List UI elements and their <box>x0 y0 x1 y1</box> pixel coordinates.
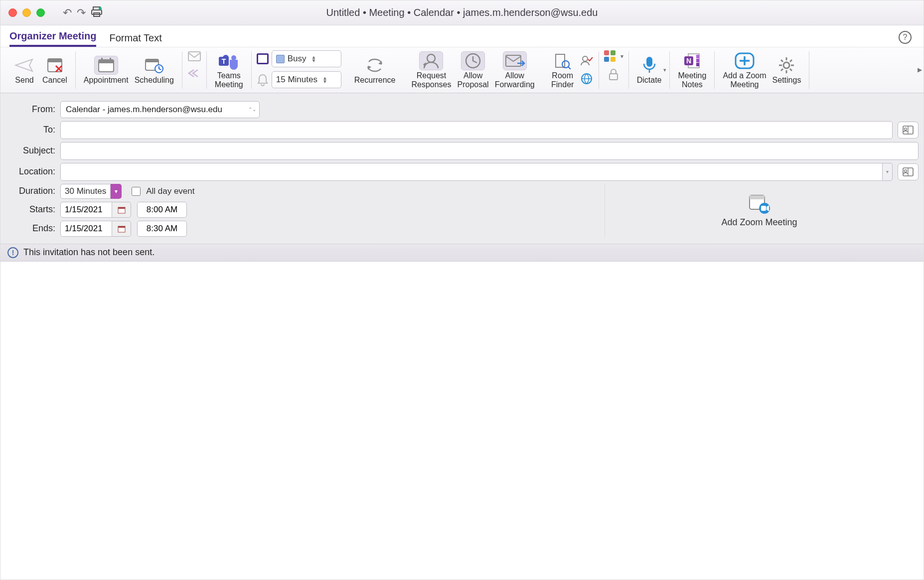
svg-point-22 <box>562 61 569 68</box>
reminder-icon <box>257 73 269 86</box>
svg-rect-13 <box>188 52 200 61</box>
to-field[interactable] <box>60 121 893 139</box>
svg-rect-40 <box>118 207 125 209</box>
print-icon[interactable] <box>91 6 103 19</box>
categorize-button[interactable]: ▾ <box>604 50 623 62</box>
svg-rect-26 <box>646 57 652 67</box>
check-names-icon[interactable] <box>580 55 594 67</box>
meeting-notes-button[interactable]: N Meeting Notes <box>675 50 709 90</box>
send-icon <box>12 56 36 75</box>
start-time-field[interactable] <box>137 202 187 218</box>
svg-rect-29 <box>696 59 699 62</box>
send-button[interactable]: Send <box>9 55 39 85</box>
end-time-field[interactable] <box>137 221 187 237</box>
teams-meeting-button[interactable]: T Teams Meeting <box>212 50 246 90</box>
address-book-icon <box>902 125 914 135</box>
title-bar: ↶ ↷ Untitled • Meeting • Calendar • jame… <box>0 0 924 25</box>
svg-rect-9 <box>110 58 111 61</box>
add-zoom-meeting-button[interactable]: Add a Zoom Meeting <box>720 50 769 90</box>
svg-point-15 <box>231 55 236 60</box>
maximize-window[interactable] <box>36 8 45 17</box>
teams-icon: T <box>217 51 241 70</box>
from-dropdown[interactable]: Calendar - james.m.henderson@wsu.edu <box>60 101 260 118</box>
busy-color-icon <box>276 55 285 63</box>
recurrence-icon <box>363 56 387 75</box>
to-label: To: <box>5 125 60 135</box>
minimize-window[interactable] <box>22 8 31 17</box>
address-book-location-button[interactable] <box>898 163 919 180</box>
svg-text:T: T <box>222 57 226 65</box>
address-book-icon <box>902 167 914 177</box>
allow-forwarding-button[interactable]: Allow Forwarding <box>492 50 538 90</box>
svg-point-36 <box>905 128 907 130</box>
scheduling-icon <box>142 56 166 75</box>
window-title: Untitled • Meeting • Calendar • james.m.… <box>0 7 924 18</box>
cancel-button[interactable]: Cancel <box>39 55 70 85</box>
time-zone-icon[interactable] <box>580 73 594 85</box>
svg-rect-44 <box>750 195 765 199</box>
zoom-settings-button[interactable]: Settings <box>770 55 804 85</box>
allow-proposal-button[interactable]: Allow Proposal <box>455 50 492 90</box>
dictate-icon: ▾ <box>637 56 661 75</box>
subject-field[interactable] <box>60 142 919 160</box>
svg-rect-7 <box>99 60 114 63</box>
svg-rect-8 <box>101 58 103 61</box>
reply-mail-icon[interactable] <box>187 50 201 62</box>
svg-point-3 <box>99 7 102 10</box>
zoom-side-pane: Add Zoom Meeting <box>605 184 914 237</box>
redo-icon[interactable]: ↷ <box>77 6 86 19</box>
allow-forwarding-icon <box>503 51 527 70</box>
scheduling-button[interactable]: Scheduling <box>132 55 177 85</box>
message-body-editor[interactable] <box>0 262 924 580</box>
svg-rect-28 <box>696 55 699 58</box>
tab-format-text[interactable]: Format Text <box>109 32 161 47</box>
from-label: From: <box>5 104 60 115</box>
svg-rect-11 <box>146 59 158 62</box>
location-label: Location: <box>5 166 60 177</box>
room-finder-button[interactable]: Room Finder <box>548 50 578 90</box>
allow-proposal-icon <box>461 51 485 70</box>
svg-rect-5 <box>48 59 62 62</box>
all-day-checkbox[interactable]: All day event <box>130 185 194 197</box>
svg-point-23 <box>583 56 588 61</box>
duration-label: Duration: <box>5 186 60 196</box>
close-window[interactable] <box>8 8 17 17</box>
reply-all-icon[interactable] <box>187 67 201 79</box>
appointment-button[interactable]: Appointment <box>81 55 132 85</box>
svg-text:N: N <box>686 57 691 65</box>
onenote-icon: N <box>680 51 704 70</box>
location-field[interactable] <box>60 163 883 181</box>
ribbon-collapse-icon[interactable]: ▶ <box>918 66 922 73</box>
request-responses-button[interactable]: Request Responses <box>408 50 454 90</box>
ends-label: Ends: <box>5 223 60 234</box>
svg-rect-42 <box>118 226 125 228</box>
location-dropdown-caret[interactable]: ▾ <box>883 163 893 181</box>
start-date-picker-button[interactable] <box>112 202 131 218</box>
add-zoom-meeting-side-button[interactable]: Add Zoom Meeting <box>721 192 797 228</box>
ribbon: Send Cancel Appointment Scheduling <box>0 47 924 93</box>
help-icon[interactable]: ? <box>899 31 912 44</box>
undo-icon[interactable]: ↶ <box>63 6 72 19</box>
show-as-dropdown[interactable]: Busy ▲▼ <box>272 50 341 67</box>
private-lock-icon[interactable] <box>607 69 620 81</box>
gear-icon <box>774 56 798 75</box>
reminder-dropdown[interactable]: 15 Minutes ▲▼ <box>272 71 341 88</box>
start-date-field[interactable] <box>60 202 112 218</box>
svg-rect-46 <box>761 206 766 211</box>
svg-rect-25 <box>610 74 617 80</box>
cancel-icon <box>43 56 67 75</box>
window-controls <box>8 8 45 17</box>
dictate-button[interactable]: ▾ Dictate <box>634 55 665 85</box>
svg-point-18 <box>427 54 435 62</box>
info-bar-text: This invitation has not been sent. <box>23 247 154 258</box>
info-bar: ! This invitation has not been sent. <box>0 244 924 262</box>
end-date-picker-button[interactable] <box>112 221 131 237</box>
recurrence-button[interactable]: Recurrence <box>351 55 399 85</box>
end-date-field[interactable] <box>60 221 112 237</box>
tab-organizer-meeting[interactable]: Organizer Meeting <box>9 30 96 47</box>
room-finder-icon <box>551 51 575 70</box>
address-book-to-button[interactable] <box>898 122 919 139</box>
duration-dropdown[interactable]: 30 Minutes ▾ <box>60 184 122 199</box>
quick-access-toolbar: ↶ ↷ <box>63 6 103 19</box>
meeting-form: From: Calendar - james.m.henderson@wsu.e… <box>0 93 924 244</box>
